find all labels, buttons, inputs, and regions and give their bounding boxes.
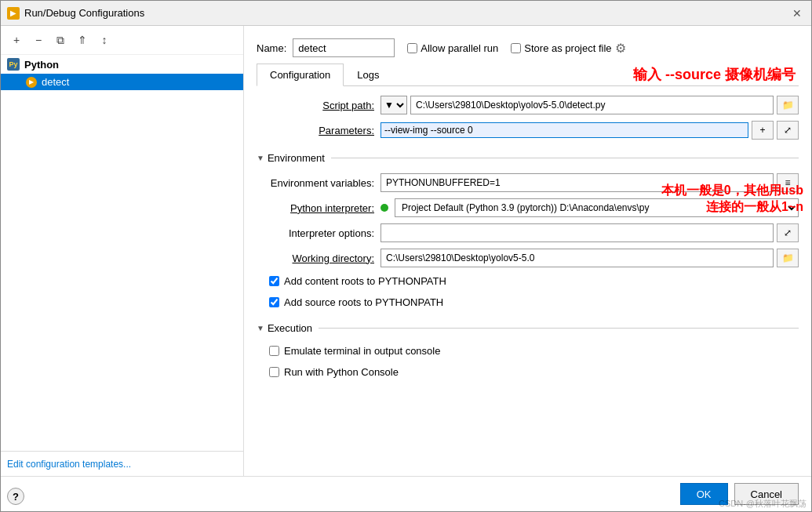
add-source-roots-label: Add source roots to PYTHONPATH bbox=[284, 296, 443, 308]
script-path-wrap: ▼ 📁 bbox=[381, 96, 799, 114]
parameters-input-wrap bbox=[381, 122, 748, 138]
script-path-row: Script path: ▼ 📁 bbox=[257, 96, 799, 114]
sidebar-toolbar: + − ⧉ ⇑ ↕ bbox=[1, 26, 243, 55]
env-vars-label: Environment variables: bbox=[257, 177, 374, 189]
name-input[interactable] bbox=[293, 38, 395, 57]
dialog-title: Run/Debug Configurations bbox=[24, 7, 785, 19]
parameters-input[interactable] bbox=[384, 125, 745, 136]
run-with-python-checkbox[interactable] bbox=[269, 367, 279, 377]
env-vars-row: Environment variables: ≡ bbox=[257, 173, 799, 192]
python-interpreter-wrap: Project Default (Python 3.9 (pytorch)) D… bbox=[381, 198, 799, 217]
working-directory-input[interactable] bbox=[381, 249, 774, 267]
script-path-label: Script path: bbox=[257, 100, 374, 111]
tab-logs[interactable]: Logs bbox=[344, 64, 392, 86]
environment-section-header: ▼ Environment bbox=[257, 152, 799, 164]
python-interpreter-row: Python interpreter: Project Default (Pyt… bbox=[257, 198, 799, 217]
add-source-roots-row: Add source roots to PYTHONPATH bbox=[257, 295, 799, 310]
top-bar: Name: Allow parallel run Store as projec… bbox=[257, 32, 799, 64]
parameters-add-button[interactable]: + bbox=[752, 121, 774, 140]
close-button[interactable]: ✕ bbox=[789, 5, 805, 21]
parameters-row: Parameters: + ⤢ bbox=[257, 121, 799, 140]
parallel-run-row: Allow parallel run bbox=[407, 42, 498, 54]
remove-config-button[interactable]: − bbox=[29, 31, 48, 49]
tabs: Configuration Logs bbox=[257, 64, 799, 86]
run-with-python-label: Run with Python Console bbox=[284, 366, 399, 378]
title-bar: ▶ Run/Debug Configurations ✕ bbox=[1, 1, 811, 26]
python-interpreter-select[interactable]: Project Default (Python 3.9 (pytorch)) D… bbox=[395, 198, 799, 217]
environment-section-label: ▼ Environment bbox=[257, 152, 325, 164]
main-content: + − ⧉ ⇑ ↕ Py Python ▶ detect Edit config… bbox=[1, 26, 811, 476]
bottom-bar: ? OK Cancel CSDN-@秋落叶花飘荡 bbox=[1, 476, 811, 511]
interpreter-options-row: Interpreter options: ⤢ bbox=[257, 223, 799, 242]
interpreter-options-input[interactable] bbox=[381, 223, 774, 242]
parameters-wrap: + ⤢ bbox=[381, 121, 799, 140]
tab-configuration[interactable]: Configuration bbox=[257, 64, 344, 86]
env-vars-edit-button[interactable]: ≡ bbox=[777, 173, 799, 192]
env-vars-input[interactable] bbox=[381, 173, 774, 192]
python-interpreter-label: Python interpreter: bbox=[257, 202, 374, 214]
help-button[interactable]: ? bbox=[7, 488, 24, 505]
parallel-run-checkbox[interactable] bbox=[407, 43, 417, 53]
sidebar-footer: Edit configuration templates... bbox=[1, 451, 243, 476]
add-config-button[interactable]: + bbox=[7, 31, 26, 49]
config-panel: 输入 --source 摄像机编号 本机一般是0，其他用usb连接的一般从1~n… bbox=[244, 26, 811, 476]
config-tree: Py Python ▶ detect bbox=[1, 55, 243, 451]
gear-icon[interactable]: ⚙ bbox=[615, 41, 626, 56]
add-content-roots-label: Add content roots to PYTHONPATH bbox=[284, 275, 446, 287]
script-path-type-dropdown[interactable]: ▼ bbox=[381, 96, 407, 114]
store-project-area: Store as project file ⚙ bbox=[511, 41, 625, 56]
interpreter-options-label: Interpreter options: bbox=[257, 227, 374, 239]
env-divider-line bbox=[331, 158, 799, 158]
add-content-roots-checkbox[interactable] bbox=[269, 276, 279, 286]
script-path-browse-button[interactable]: 📁 bbox=[777, 96, 799, 114]
dialog: ▶ Run/Debug Configurations ✕ + − ⧉ ⇑ ↕ P… bbox=[0, 0, 812, 512]
name-row: Name: bbox=[257, 38, 395, 57]
interpreter-display: Project Default (Python 3.9 (pytorch)) D… bbox=[381, 198, 799, 217]
detect-config-item[interactable]: ▶ detect bbox=[1, 74, 243, 90]
env-collapse-arrow[interactable]: ▼ bbox=[257, 154, 264, 162]
working-directory-browse-button[interactable]: 📁 bbox=[777, 249, 799, 267]
exec-collapse-arrow[interactable]: ▼ bbox=[257, 324, 264, 332]
exec-divider-line bbox=[319, 328, 799, 329]
python-group-label: Python bbox=[24, 59, 59, 71]
edit-templates-link[interactable]: Edit configuration templates... bbox=[7, 459, 131, 470]
parallel-run-label: Allow parallel run bbox=[421, 42, 498, 54]
parameters-expand-button[interactable]: ⤢ bbox=[777, 121, 799, 140]
execution-section-label: ▼ Execution bbox=[257, 322, 312, 334]
copy-config-button[interactable]: ⧉ bbox=[51, 31, 70, 49]
name-label: Name: bbox=[257, 42, 286, 54]
run-with-python-row: Run with Python Console bbox=[257, 365, 799, 379]
add-content-roots-row: Add content roots to PYTHONPATH bbox=[257, 274, 799, 289]
python-group: Py Python bbox=[1, 55, 243, 74]
emulate-terminal-label: Emulate terminal in output console bbox=[284, 345, 440, 357]
script-path-input[interactable] bbox=[410, 96, 774, 114]
sort-button[interactable]: ↕ bbox=[95, 31, 114, 49]
detect-item-label: detect bbox=[42, 76, 69, 88]
app-icon: ▶ bbox=[7, 7, 20, 20]
env-vars-wrap: ≡ bbox=[381, 173, 799, 192]
python-icon: Py bbox=[7, 58, 20, 71]
store-project-checkbox[interactable] bbox=[511, 43, 521, 53]
execution-section-header: ▼ Execution bbox=[257, 322, 799, 334]
sidebar: + − ⧉ ⇑ ↕ Py Python ▶ detect Edit config… bbox=[1, 26, 244, 476]
run-config-icon: ▶ bbox=[26, 77, 37, 88]
parameters-label: Parameters: bbox=[257, 125, 374, 136]
emulate-terminal-checkbox[interactable] bbox=[269, 346, 279, 356]
interpreter-options-expand-button[interactable]: ⤢ bbox=[777, 223, 799, 242]
form-section: Script path: ▼ 📁 Parameters: bbox=[257, 96, 799, 379]
watermark: CSDN-@秋落叶花飘荡 bbox=[714, 496, 811, 511]
add-source-roots-checkbox[interactable] bbox=[269, 297, 279, 307]
interpreter-status-dot bbox=[381, 204, 388, 212]
move-up-button[interactable]: ⇑ bbox=[73, 31, 92, 49]
emulate-terminal-row: Emulate terminal in output console bbox=[257, 343, 799, 358]
working-directory-row: Working directory: 📁 bbox=[257, 249, 799, 267]
working-directory-label: Working directory: bbox=[257, 252, 374, 264]
working-directory-wrap: 📁 bbox=[381, 249, 799, 267]
store-project-label: Store as project file bbox=[524, 42, 611, 54]
interpreter-options-wrap: ⤢ bbox=[381, 223, 799, 242]
